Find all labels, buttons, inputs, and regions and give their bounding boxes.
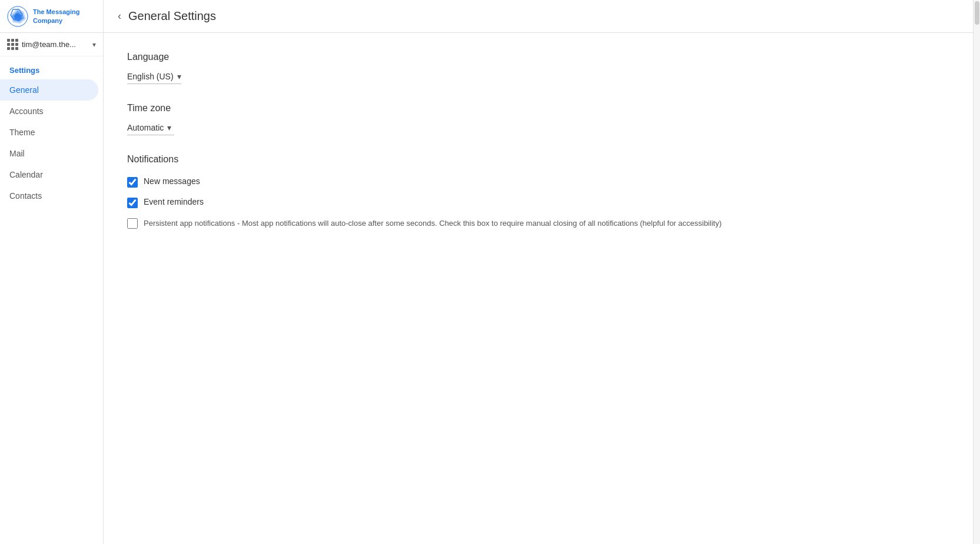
- grid-icon[interactable]: [7, 39, 18, 50]
- notifications-section: Notifications New messages Event reminde…: [127, 154, 949, 229]
- timezone-dropdown-arrow: ▾: [167, 123, 171, 132]
- scrollbar[interactable]: [973, 0, 980, 544]
- persistent-notifications-label: Persistent app notifications - Most app …: [144, 218, 722, 229]
- logo-icon: [7, 6, 28, 27]
- language-dropdown-arrow: ▾: [177, 72, 181, 81]
- sidebar: The Messaging Company tim@team.the... ▾ …: [0, 0, 104, 544]
- language-section: Language English (US) ▾: [127, 52, 949, 84]
- notification-event-reminders-row: Event reminders: [127, 197, 949, 208]
- new-messages-checkbox[interactable]: [127, 177, 138, 188]
- main-header: ‹ General Settings: [104, 0, 973, 33]
- scrollbar-thumb[interactable]: [975, 1, 979, 25]
- main-content: Language English (US) ▾ Time zone Automa…: [104, 33, 973, 544]
- sidebar-item-contacts[interactable]: Contacts: [0, 185, 98, 206]
- main: ‹ General Settings Language English (US)…: [104, 0, 973, 544]
- timezone-section-title: Time zone: [127, 103, 949, 114]
- settings-section-label: Settings: [0, 56, 103, 79]
- notification-new-messages-row: New messages: [127, 176, 949, 188]
- language-select-value: English (US): [127, 72, 174, 81]
- sidebar-item-accounts[interactable]: Accounts: [0, 101, 98, 122]
- persistent-label-desc: - Most app notifications will auto-close…: [235, 219, 722, 228]
- sidebar-item-theme[interactable]: Theme: [0, 122, 98, 143]
- timezone-select[interactable]: Automatic ▾: [127, 123, 174, 135]
- logo-text: The Messaging Company: [33, 8, 79, 25]
- new-messages-label: New messages: [144, 176, 200, 186]
- sidebar-item-general[interactable]: General: [0, 79, 98, 101]
- notifications-section-title: Notifications: [127, 154, 949, 165]
- sidebar-header: The Messaging Company: [0, 0, 103, 33]
- language-section-title: Language: [127, 52, 949, 62]
- account-dropdown-arrow[interactable]: ▾: [92, 41, 96, 49]
- sidebar-item-mail[interactable]: Mail: [0, 143, 98, 164]
- sidebar-item-calendar[interactable]: Calendar: [0, 164, 98, 185]
- page-title: General Settings: [128, 9, 216, 23]
- event-reminders-checkbox[interactable]: [127, 198, 138, 208]
- account-email: tim@team.the...: [22, 40, 89, 49]
- sidebar-nav: General Accounts Theme Mail Calendar Con…: [0, 79, 103, 206]
- event-reminders-label: Event reminders: [144, 197, 204, 206]
- timezone-section: Time zone Automatic ▾: [127, 103, 949, 135]
- persistent-label-bold: Persistent app notifications: [144, 219, 235, 228]
- language-select[interactable]: English (US) ▾: [127, 72, 181, 84]
- account-row[interactable]: tim@team.the... ▾: [0, 33, 103, 56]
- logo: The Messaging Company: [7, 6, 79, 27]
- back-button[interactable]: ‹: [118, 10, 121, 22]
- persistent-notifications-checkbox[interactable]: [127, 218, 138, 229]
- notification-persistent-row: Persistent app notifications - Most app …: [127, 218, 949, 229]
- timezone-select-value: Automatic: [127, 123, 164, 132]
